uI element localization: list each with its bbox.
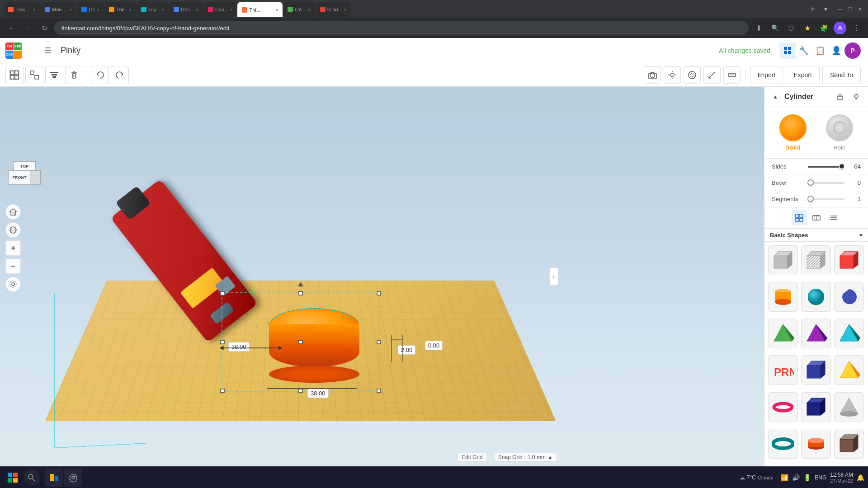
cube-top-face[interactable]: TOP: [13, 161, 36, 171]
download-icon[interactable]: ⬇: [752, 22, 765, 34]
sides-value[interactable]: 64: [848, 163, 861, 170]
zoom-out-button[interactable]: −: [5, 258, 21, 274]
home-view-button[interactable]: [5, 204, 21, 220]
reload-button[interactable]: ↻: [38, 22, 51, 34]
cube-front-face[interactable]: FRONT: [8, 170, 31, 185]
browser-tab[interactable]: The ×: [104, 2, 136, 17]
back-button[interactable]: ←: [5, 22, 18, 34]
undo-button[interactable]: [91, 66, 109, 84]
browser-tab-active[interactable]: Thi... ×: [237, 2, 283, 17]
shape-item-torus-magenta[interactable]: [768, 392, 798, 422]
view-cube-area[interactable]: TOP FRONT: [8, 161, 41, 194]
light-toggle[interactable]: [850, 90, 863, 103]
sides-slider[interactable]: [808, 166, 844, 168]
segments-value[interactable]: 1: [848, 196, 861, 202]
shape-item-text-red[interactable]: PRNT: [768, 355, 798, 385]
cast-button[interactable]: ⬡: [785, 22, 797, 34]
favorite-button[interactable]: ★: [801, 22, 814, 34]
shape-item-ring-orange[interactable]: [801, 429, 831, 459]
browser-tab[interactable]: Trac... ×: [4, 2, 40, 17]
browser-tab[interactable]: Toy... ×: [137, 2, 169, 17]
menu-button[interactable]: ☰: [41, 46, 55, 56]
viewport[interactable]: 38.00 38.00 2.00 0.00: [0, 87, 764, 466]
light-button[interactable]: [664, 66, 681, 84]
shape-item-box-striped[interactable]: [801, 245, 831, 275]
browser-tab[interactable]: Man... ×: [40, 2, 76, 17]
volume-icon[interactable]: 🔊: [792, 474, 800, 481]
shape-item-pyramid-teal[interactable]: [834, 319, 864, 348]
grid-view-icon[interactable]: [779, 42, 796, 59]
browser-tab[interactable]: CA... ×: [283, 2, 315, 17]
taskbar-app-files[interactable]: [45, 469, 63, 487]
browser-tab[interactable]: (1) ×: [77, 2, 104, 17]
zoom-button[interactable]: 🔍: [769, 22, 781, 34]
build-icon[interactable]: 🔧: [796, 42, 812, 59]
export-button[interactable]: Export: [786, 66, 819, 84]
segments-slider[interactable]: [808, 198, 844, 200]
project-name[interactable]: Pinky: [55, 46, 86, 55]
start-button[interactable]: [4, 469, 22, 487]
delete-button[interactable]: [65, 66, 83, 84]
shape-item-cone-gray[interactable]: [834, 392, 864, 422]
shape-item-donut-teal[interactable]: [768, 429, 798, 459]
shapes-dropdown[interactable]: ▾: [859, 231, 863, 239]
maximize-button[interactable]: □: [845, 5, 854, 14]
search-bar[interactable]: [24, 469, 40, 486]
cube-right-face[interactable]: [30, 170, 41, 185]
ruler-button[interactable]: [723, 66, 741, 84]
language-indicator[interactable]: ENG: [815, 474, 826, 481]
browser-tab[interactable]: Doc... ×: [169, 2, 203, 17]
ungroup-button[interactable]: [25, 66, 43, 84]
snap-grid-control[interactable]: Snap Grid : 1.0 mm ▲: [494, 453, 557, 462]
notification-icon[interactable]: 🔔: [857, 474, 864, 481]
shape-item-cylinder-orange[interactable]: [768, 282, 798, 312]
more-options[interactable]: ⋮: [850, 22, 863, 34]
align-button[interactable]: [45, 66, 63, 84]
new-tab-button[interactable]: +: [807, 3, 819, 15]
import-button[interactable]: Import: [750, 66, 783, 84]
shape-item-irregular-blue[interactable]: [834, 282, 864, 312]
shape-tool-button[interactable]: [684, 66, 701, 84]
fit-view-button[interactable]: [5, 277, 21, 292]
browser-tab[interactable]: Cus... ×: [203, 2, 237, 17]
shape-item-box-navy[interactable]: [801, 355, 831, 385]
profile-icon[interactable]: A: [834, 22, 846, 34]
tab-overflow[interactable]: ▾: [820, 4, 831, 14]
tinkercad-logo[interactable]: TIN KER CAD: [0, 42, 41, 59]
user-icon[interactable]: 👤: [828, 42, 844, 59]
shape-item-box-dark-navy[interactable]: [801, 392, 831, 422]
shape-item-pyramid-green[interactable]: [768, 319, 798, 348]
group-button[interactable]: [5, 66, 24, 84]
measure-tab[interactable]: [809, 210, 824, 225]
shape-item-box-brown[interactable]: [834, 429, 864, 459]
orbit-button[interactable]: [5, 222, 21, 238]
edit-grid-button[interactable]: Edit Grid: [458, 453, 487, 462]
redo-button[interactable]: [111, 66, 129, 84]
collapse-inspector-button[interactable]: ▲: [770, 91, 781, 102]
address-input[interactable]: tinkercad.com/things/0f4pwCKALhV-copy-of…: [54, 21, 749, 35]
browser-tab[interactable]: G do... ×: [316, 2, 351, 17]
grid-view-tab[interactable]: [792, 210, 807, 225]
shape-item-box-red[interactable]: [834, 245, 864, 275]
shape-item-box-gray[interactable]: [768, 245, 798, 275]
shape-item-pyramid-purple[interactable]: [801, 319, 831, 348]
minimize-button[interactable]: ─: [835, 5, 844, 14]
bevel-value[interactable]: 0: [848, 179, 861, 186]
solid-option[interactable]: Solid: [779, 114, 807, 151]
profile-avatar[interactable]: P: [844, 42, 861, 59]
taskbar-app-settings[interactable]: [64, 469, 82, 487]
zoom-in-button[interactable]: +: [5, 240, 21, 256]
forward-button[interactable]: →: [22, 22, 34, 34]
send-to-button[interactable]: Send To: [822, 66, 861, 84]
close-button[interactable]: ×: [855, 5, 864, 14]
shape-item-pyramid-yellow[interactable]: [834, 355, 864, 385]
camera-button[interactable]: [644, 66, 661, 84]
shape-item-sphere-teal[interactable]: [801, 282, 831, 312]
unlock-button[interactable]: [834, 90, 846, 103]
measure-button[interactable]: [703, 66, 721, 84]
bevel-slider[interactable]: [808, 182, 844, 184]
hole-option[interactable]: Hole: [826, 114, 853, 151]
collapse-panel-button[interactable]: ›: [549, 267, 558, 286]
wifi-icon[interactable]: 📶: [781, 474, 788, 481]
layers-icon[interactable]: 📋: [812, 42, 828, 59]
